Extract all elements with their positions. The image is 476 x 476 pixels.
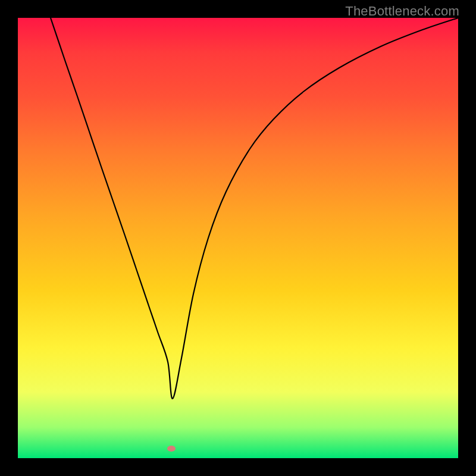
- min-point-marker: [167, 446, 176, 452]
- chart-frame: TheBottleneck.com: [0, 0, 476, 476]
- chart-svg: [18, 18, 458, 458]
- plot-area: [18, 18, 458, 458]
- watermark-text: TheBottleneck.com: [345, 4, 459, 19]
- data-curve: [51, 18, 458, 399]
